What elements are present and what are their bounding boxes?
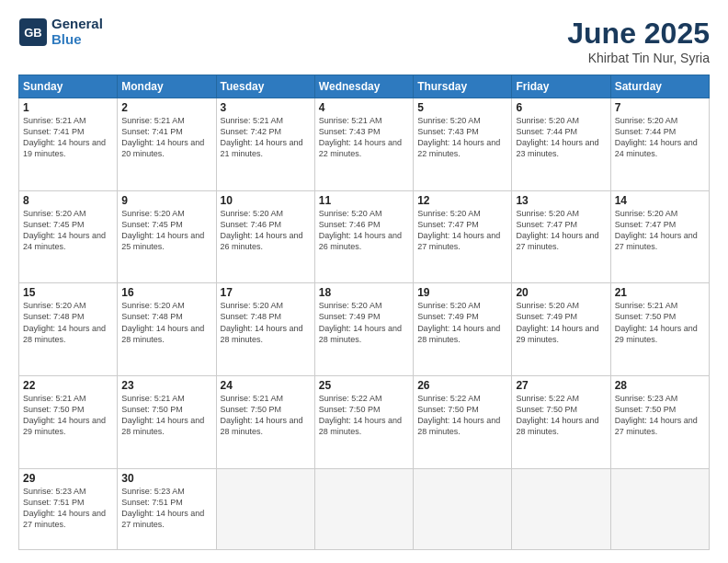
day-number: 30 [121,472,211,485]
table-cell: 28 Sunrise: 5:23 AMSunset: 7:50 PMDaylig… [610,375,709,468]
table-cell: 18 Sunrise: 5:20 AMSunset: 7:49 PMDaylig… [314,283,413,376]
table-cell: 12 Sunrise: 5:20 AMSunset: 7:47 PMDaylig… [414,190,512,283]
day-info: Sunrise: 5:21 AMSunset: 7:41 PMDaylight:… [23,115,113,160]
table-cell: 17 Sunrise: 5:20 AMSunset: 7:48 PMDaylig… [216,283,314,376]
day-info: Sunrise: 5:21 AMSunset: 7:43 PMDaylight:… [319,115,409,160]
table-cell: 4 Sunrise: 5:21 AMSunset: 7:43 PMDayligh… [314,98,413,191]
table-cell [610,468,709,549]
day-number: 14 [615,194,705,207]
table-cell: 29 Sunrise: 5:23 AMSunset: 7:51 PMDaylig… [19,468,118,549]
day-info: Sunrise: 5:21 AMSunset: 7:42 PMDaylight:… [221,115,311,160]
day-number: 23 [121,379,211,392]
table-cell [314,468,413,549]
logo: GB General Blue [18,17,103,47]
table-cell: 6 Sunrise: 5:20 AMSunset: 7:44 PMDayligh… [512,98,610,191]
table-cell [512,468,610,549]
table-cell [216,468,314,549]
calendar-table: Sunday Monday Tuesday Wednesday Thursday… [18,75,710,550]
day-number: 21 [615,286,705,299]
logo-general: General [51,17,103,32]
col-saturday: Saturday [610,75,709,98]
table-cell: 15 Sunrise: 5:20 AMSunset: 7:48 PMDaylig… [19,283,118,376]
day-info: Sunrise: 5:20 AMSunset: 7:47 PMDaylight:… [516,208,606,253]
day-info: Sunrise: 5:20 AMSunset: 7:44 PMDaylight:… [516,115,606,160]
day-number: 8 [23,194,113,207]
day-number: 9 [121,194,211,207]
day-info: Sunrise: 5:20 AMSunset: 7:48 PMDaylight:… [121,300,211,345]
table-cell: 16 Sunrise: 5:20 AMSunset: 7:48 PMDaylig… [118,283,216,376]
table-cell: 2 Sunrise: 5:21 AMSunset: 7:41 PMDayligh… [118,98,216,191]
table-cell: 27 Sunrise: 5:22 AMSunset: 7:50 PMDaylig… [512,375,610,468]
day-number: 5 [417,101,507,114]
day-number: 16 [121,286,211,299]
day-info: Sunrise: 5:20 AMSunset: 7:49 PMDaylight:… [319,300,409,345]
day-number: 19 [417,286,507,299]
day-info: Sunrise: 5:20 AMSunset: 7:43 PMDaylight:… [417,115,507,160]
day-info: Sunrise: 5:21 AMSunset: 7:41 PMDaylight:… [121,115,211,160]
day-info: Sunrise: 5:20 AMSunset: 7:44 PMDaylight:… [615,115,705,160]
day-info: Sunrise: 5:22 AMSunset: 7:50 PMDaylight:… [319,393,409,438]
day-number: 29 [23,472,113,485]
col-sunday: Sunday [19,75,118,98]
table-cell: 10 Sunrise: 5:20 AMSunset: 7:46 PMDaylig… [216,190,314,283]
day-number: 12 [417,194,507,207]
day-number: 13 [516,194,606,207]
day-info: Sunrise: 5:23 AMSunset: 7:51 PMDaylight:… [23,486,113,531]
day-info: Sunrise: 5:20 AMSunset: 7:48 PMDaylight:… [221,300,311,345]
table-cell: 26 Sunrise: 5:22 AMSunset: 7:50 PMDaylig… [414,375,512,468]
table-cell: 3 Sunrise: 5:21 AMSunset: 7:42 PMDayligh… [216,98,314,191]
logo-blue: Blue [51,32,103,48]
logo-icon: GB [18,17,48,47]
col-tuesday: Tuesday [216,75,314,98]
title-location: Khirbat Tin Nur, Syria [567,51,710,65]
table-cell: 14 Sunrise: 5:20 AMSunset: 7:47 PMDaylig… [610,190,709,283]
table-cell: 9 Sunrise: 5:20 AMSunset: 7:45 PMDayligh… [118,190,216,283]
day-info: Sunrise: 5:21 AMSunset: 7:50 PMDaylight:… [221,393,311,438]
title-month: June 2025 [567,17,710,51]
col-monday: Monday [118,75,216,98]
table-cell [414,468,512,549]
col-thursday: Thursday [414,75,512,98]
day-number: 18 [319,286,409,299]
day-number: 17 [221,286,311,299]
day-number: 28 [615,379,705,392]
day-info: Sunrise: 5:23 AMSunset: 7:51 PMDaylight:… [121,486,211,531]
table-cell: 22 Sunrise: 5:21 AMSunset: 7:50 PMDaylig… [19,375,118,468]
page: GB General Blue June 2025 Khirbat Tin Nu… [0,0,728,563]
header: GB General Blue June 2025 Khirbat Tin Nu… [18,17,710,65]
table-cell: 11 Sunrise: 5:20 AMSunset: 7:46 PMDaylig… [314,190,413,283]
day-info: Sunrise: 5:20 AMSunset: 7:45 PMDaylight:… [121,208,211,253]
table-cell: 1 Sunrise: 5:21 AMSunset: 7:41 PMDayligh… [19,98,118,191]
day-info: Sunrise: 5:21 AMSunset: 7:50 PMDaylight:… [615,300,705,345]
table-cell: 25 Sunrise: 5:22 AMSunset: 7:50 PMDaylig… [314,375,413,468]
day-info: Sunrise: 5:20 AMSunset: 7:46 PMDaylight:… [221,208,311,253]
day-info: Sunrise: 5:20 AMSunset: 7:47 PMDaylight:… [615,208,705,253]
day-info: Sunrise: 5:20 AMSunset: 7:49 PMDaylight:… [417,300,507,345]
table-cell: 13 Sunrise: 5:20 AMSunset: 7:47 PMDaylig… [512,190,610,283]
table-cell: 24 Sunrise: 5:21 AMSunset: 7:50 PMDaylig… [216,375,314,468]
day-number: 4 [319,101,409,114]
table-cell: 20 Sunrise: 5:20 AMSunset: 7:49 PMDaylig… [512,283,610,376]
day-number: 26 [417,379,507,392]
day-number: 10 [221,194,311,207]
day-info: Sunrise: 5:20 AMSunset: 7:48 PMDaylight:… [23,300,113,345]
table-cell: 7 Sunrise: 5:20 AMSunset: 7:44 PMDayligh… [610,98,709,191]
day-number: 1 [23,101,113,114]
day-number: 25 [319,379,409,392]
table-cell: 30 Sunrise: 5:23 AMSunset: 7:51 PMDaylig… [118,468,216,549]
title-block: June 2025 Khirbat Tin Nur, Syria [567,17,710,65]
day-number: 24 [221,379,311,392]
table-cell: 21 Sunrise: 5:21 AMSunset: 7:50 PMDaylig… [610,283,709,376]
day-number: 20 [516,286,606,299]
day-number: 15 [23,286,113,299]
day-info: Sunrise: 5:23 AMSunset: 7:50 PMDaylight:… [615,393,705,438]
day-info: Sunrise: 5:20 AMSunset: 7:46 PMDaylight:… [319,208,409,253]
svg-text:GB: GB [24,26,42,40]
col-wednesday: Wednesday [314,75,413,98]
day-info: Sunrise: 5:20 AMSunset: 7:49 PMDaylight:… [516,300,606,345]
day-number: 22 [23,379,113,392]
day-info: Sunrise: 5:20 AMSunset: 7:45 PMDaylight:… [23,208,113,253]
day-info: Sunrise: 5:21 AMSunset: 7:50 PMDaylight:… [23,393,113,438]
day-number: 11 [319,194,409,207]
table-cell: 19 Sunrise: 5:20 AMSunset: 7:49 PMDaylig… [414,283,512,376]
